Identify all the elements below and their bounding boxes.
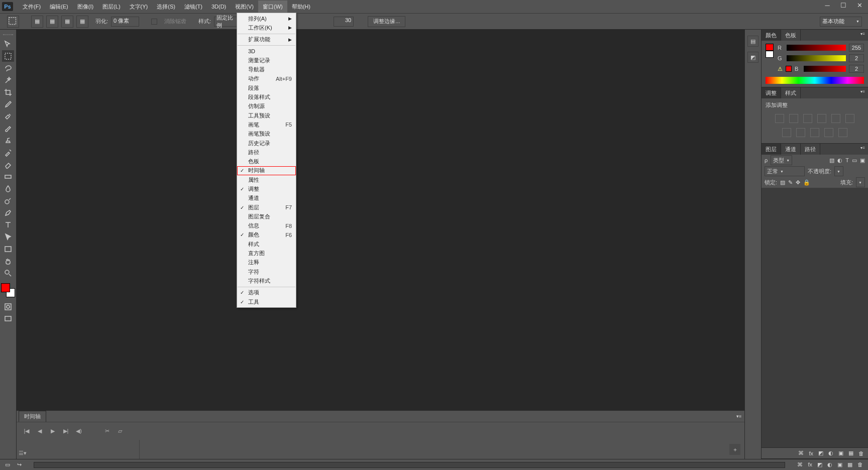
lasso-tool[interactable]: [2, 62, 14, 74]
magic-wand-tool[interactable]: [2, 74, 14, 86]
menu-item-排列(A)[interactable]: 排列(A)▶: [237, 14, 296, 23]
gradient-tool[interactable]: [2, 171, 14, 182]
menu-item-通道[interactable]: 通道: [237, 194, 296, 203]
filter-pixel-icon[interactable]: ▧: [829, 157, 834, 164]
adj-photofilter-icon[interactable]: [810, 128, 819, 137]
link-layers-icon[interactable]: ⌘: [798, 450, 804, 456]
fill-value[interactable]: ▼: [856, 177, 865, 187]
menu-item-图层[interactable]: ✓图层F7: [237, 203, 296, 212]
adj-colorbalance-icon[interactable]: [782, 128, 791, 137]
tab-styles[interactable]: 样式: [781, 87, 801, 98]
lock-paint-icon[interactable]: ✎: [788, 179, 793, 186]
new-layer-icon[interactable]: ▦: [848, 450, 853, 456]
panel-bg-color[interactable]: [766, 51, 774, 58]
menu-file[interactable]: 文件(F): [18, 1, 45, 13]
color-swatch[interactable]: [1, 283, 15, 297]
sb-fx-icon[interactable]: fx: [808, 461, 812, 468]
sb-mask-icon[interactable]: ◩: [817, 461, 822, 468]
search-icon[interactable]: ρ: [765, 157, 768, 163]
lock-trans-icon[interactable]: ▨: [780, 179, 785, 186]
layer-fx-icon[interactable]: fx: [809, 450, 813, 456]
menu-item-时间轴[interactable]: ✓时间轴: [237, 166, 296, 175]
menu-item-段落[interactable]: 段落: [237, 83, 296, 92]
tab-layers[interactable]: 图层: [762, 144, 781, 155]
tool-preset-icon[interactable]: [7, 16, 19, 28]
feather-input[interactable]: 0 像素: [111, 17, 139, 27]
menu-edit[interactable]: 编辑(E): [45, 1, 73, 13]
menu-item-画笔[interactable]: 画笔F5: [237, 120, 296, 129]
crop-tool[interactable]: [2, 86, 14, 98]
sb-trash-icon[interactable]: 🗑: [857, 461, 863, 468]
foreground-color[interactable]: [1, 283, 10, 292]
refine-edge-button[interactable]: 调整边缘...: [368, 16, 405, 27]
height-input[interactable]: 30: [334, 17, 354, 27]
antialias-checkbox[interactable]: [151, 19, 157, 25]
toolbox-drag-handle[interactable]: [1, 33, 16, 37]
sb-icon-2[interactable]: ↪: [17, 461, 22, 468]
menu-item-扩展功能[interactable]: 扩展功能▶: [237, 35, 296, 44]
blend-mode-select[interactable]: 正常▼: [765, 166, 805, 176]
menu-item-工作区(K)[interactable]: 工作区(K)▶: [237, 23, 296, 32]
menu-item-颜色[interactable]: ✓颜色F6: [237, 230, 296, 240]
eyedropper-tool[interactable]: [2, 98, 14, 110]
timeline-zoom-slider[interactable]: [34, 462, 785, 468]
menu-item-段落样式[interactable]: 段落样式: [237, 92, 296, 101]
zoom-tool[interactable]: [2, 267, 14, 279]
brush-tool[interactable]: [2, 123, 14, 134]
menu-item-仿制源[interactable]: 仿制源: [237, 102, 296, 111]
hue-strip[interactable]: [766, 77, 864, 84]
g-value[interactable]: 2: [849, 54, 864, 62]
color-panel-flyout-icon[interactable]: ▾≡: [857, 30, 868, 41]
adj-channelmixer-icon[interactable]: [824, 128, 833, 137]
screen-mode-tool[interactable]: [2, 313, 14, 324]
menu-filter[interactable]: 滤镜(T): [180, 1, 207, 13]
adj-bw-icon[interactable]: [796, 128, 805, 137]
tab-color[interactable]: 颜色: [762, 30, 781, 41]
adj-curves-icon[interactable]: [803, 114, 812, 123]
panel-fg-color[interactable]: [766, 44, 774, 51]
adj-colorlookup-icon[interactable]: [838, 128, 847, 137]
menu-item-画笔预设[interactable]: 画笔预设: [237, 130, 296, 139]
timeline-options-icon[interactable]: ☰▾: [19, 449, 27, 457]
sel-add-icon[interactable]: ▦: [46, 16, 58, 28]
sb-group-icon[interactable]: ▣: [837, 461, 842, 468]
menu-item-属性[interactable]: 属性: [237, 175, 296, 184]
timeline-transition-icon[interactable]: ▱: [116, 427, 124, 435]
sb-new-icon[interactable]: ▦: [847, 461, 852, 468]
type-tool[interactable]: [2, 219, 14, 230]
menu-item-色板[interactable]: 色板: [237, 157, 296, 166]
opacity-value[interactable]: ▼: [834, 166, 843, 176]
maximize-button[interactable]: ☐: [838, 2, 849, 9]
blur-tool[interactable]: [2, 183, 14, 194]
group-icon[interactable]: ▣: [838, 450, 843, 456]
menu-item-字符样式[interactable]: 字符样式: [237, 276, 296, 285]
clone-stamp-tool[interactable]: [2, 135, 14, 146]
sb-icon-1[interactable]: ▭: [5, 461, 10, 468]
history-brush-tool[interactable]: [2, 147, 14, 158]
tab-swatches[interactable]: 色板: [781, 30, 801, 41]
adj-exposure-icon[interactable]: [817, 114, 826, 123]
filter-shape-icon[interactable]: ▭: [852, 157, 857, 164]
menu-item-工具[interactable]: ✓工具: [237, 297, 296, 306]
canvas[interactable]: [17, 30, 744, 410]
menu-window[interactable]: 窗口(W): [258, 1, 287, 13]
lock-move-icon[interactable]: ✥: [796, 179, 800, 186]
r-value[interactable]: 255: [849, 44, 864, 52]
workspace-select[interactable]: 基本功能▼: [820, 17, 862, 27]
menu-item-历史记录[interactable]: 历史记录: [237, 139, 296, 148]
r-slider[interactable]: [787, 45, 846, 51]
menu-item-路径[interactable]: 路径: [237, 148, 296, 157]
timeline-tab[interactable]: 时间轴: [19, 411, 46, 422]
sb-adj-icon[interactable]: ◐: [827, 461, 832, 468]
menu-help[interactable]: 帮助(H): [287, 1, 315, 13]
minimize-button[interactable]: ─: [822, 2, 833, 9]
rectangle-tool[interactable]: [2, 243, 14, 255]
dodge-tool[interactable]: [2, 195, 14, 206]
sel-subtract-icon[interactable]: ▦: [61, 16, 73, 28]
filter-adjust-icon[interactable]: ◐: [837, 157, 842, 164]
timeline-track-area[interactable]: ＋: [140, 440, 744, 459]
menu-view[interactable]: 视图(V): [231, 1, 258, 13]
layer-mask-icon[interactable]: ◩: [818, 450, 823, 456]
menu-item-字符[interactable]: 字符: [237, 267, 296, 276]
menu-item-选项[interactable]: ✓选项: [237, 288, 296, 297]
